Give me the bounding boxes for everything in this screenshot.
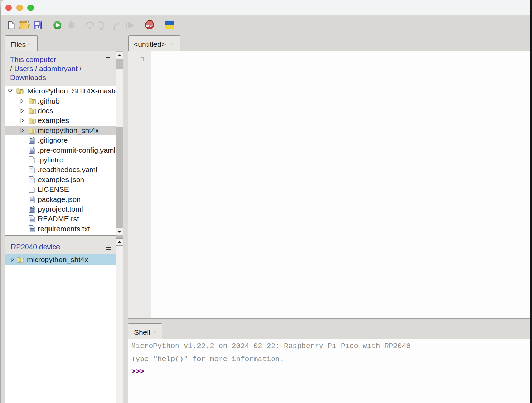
svg-text:STOP: STOP bbox=[146, 24, 153, 27]
